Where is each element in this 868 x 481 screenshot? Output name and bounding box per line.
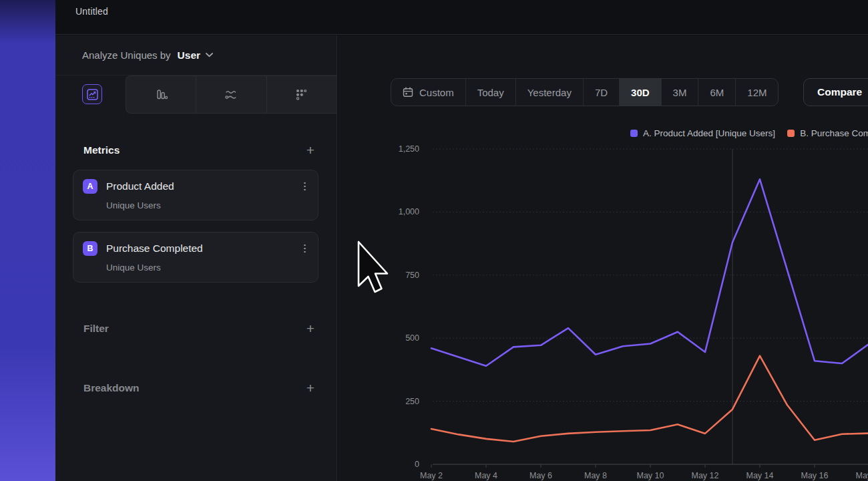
line-chart-icon (87, 89, 98, 100)
metric-badge-a: A (83, 179, 97, 194)
svg-text:May 4: May 4 (475, 471, 497, 480)
document-title[interactable]: Untitled (75, 6, 108, 17)
add-breakdown-button[interactable]: + (302, 380, 318, 396)
range-label: Today (477, 87, 504, 98)
metric-name: Product Added (106, 180, 174, 192)
range-button-7d[interactable]: 7D (583, 79, 619, 106)
legend-label: A. Product Added [Unique Users] (643, 128, 775, 138)
sidebar-body: Metrics + A Product Added Unique Users B… (55, 142, 337, 396)
legend-swatch-icon (630, 130, 638, 137)
legend-item[interactable]: A. Product Added [Unique Users] (630, 128, 775, 138)
analyze-label: Analyze Uniques by (82, 49, 171, 61)
metrics-header: Metrics + (73, 142, 318, 158)
metric-badge-b: B (83, 241, 97, 256)
range-button-6m[interactable]: 6M (698, 79, 735, 106)
svg-text:0: 0 (415, 460, 419, 469)
svg-text:1,250: 1,250 (399, 144, 419, 154)
svg-text:May 2: May 2 (420, 471, 443, 480)
legend-item[interactable]: B. Purchase Completed [Unique Users] (787, 128, 868, 138)
legend-swatch-icon (787, 130, 795, 137)
metric-name: Purchase Completed (106, 243, 203, 255)
range-label: 3M (673, 87, 687, 98)
metrics-title: Metrics (83, 144, 120, 156)
svg-text:May 14: May 14 (746, 471, 774, 480)
svg-text:May 18: May 18 (856, 471, 868, 480)
kebab-menu-icon[interactable] (301, 180, 308, 194)
svg-text:May 8: May 8 (584, 471, 607, 480)
tab-group (126, 75, 337, 114)
svg-text:May 16: May 16 (801, 471, 829, 480)
bar-chart-icon (154, 88, 168, 102)
metric-subtitle: Unique Users (106, 200, 308, 210)
range-button-yesterday[interactable]: Yesterday (515, 79, 583, 106)
svg-text:1,000: 1,000 (399, 207, 419, 216)
svg-text:500: 500 (405, 333, 419, 343)
chart-legend: A. Product Added [Unique Users]B. Purcha… (630, 128, 868, 138)
range-button-3m[interactable]: 3M (661, 79, 698, 106)
filter-title: Filter (83, 323, 109, 335)
calendar-icon (403, 87, 413, 98)
breakdown-header: Breakdown + (73, 380, 318, 396)
range-label: 7D (595, 87, 608, 98)
range-button-custom[interactable]: Custom (391, 79, 465, 106)
legend-label: B. Purchase Completed [Unique Users] (800, 128, 868, 138)
flows-icon (224, 88, 238, 102)
range-label: 12M (747, 87, 767, 98)
metric-card-b[interactable]: B Purchase Completed Unique Users (73, 232, 318, 283)
range-label: Yesterday (527, 87, 572, 98)
analyze-row: Analyze Uniques by User (55, 35, 337, 75)
metric-card-a[interactable]: A Product Added Unique Users (73, 170, 318, 220)
add-filter-button[interactable]: + (302, 321, 318, 337)
svg-text:May 10: May 10 (637, 471, 664, 480)
tab-line-chart[interactable] (82, 84, 102, 104)
tab-flows[interactable] (196, 76, 266, 113)
sidebar: Analyze Uniques by User (55, 35, 337, 481)
range-button-12m[interactable]: 12M (735, 79, 778, 106)
range-button-today[interactable]: Today (465, 79, 515, 106)
range-label: Custom (419, 87, 454, 98)
topbar: Untitled (55, 0, 868, 35)
kebab-menu-icon[interactable] (301, 242, 308, 256)
chevron-down-icon (206, 53, 213, 57)
analyze-by-dropdown[interactable]: User (178, 49, 200, 61)
brand-strip (0, 0, 55, 481)
range-group: CustomTodayYesterday7D30D3M6M12M (391, 78, 779, 106)
chart-type-tabs (55, 75, 337, 114)
range-label: 30D (631, 87, 650, 98)
add-metric-button[interactable]: + (302, 142, 318, 158)
svg-text:250: 250 (405, 397, 419, 406)
range-button-30d[interactable]: 30D (619, 79, 661, 106)
chart-panel: 02505007501,0001,250May 2May 4May 6May 8… (338, 35, 868, 481)
metric-subtitle: Unique Users (106, 263, 308, 273)
svg-text:750: 750 (405, 271, 419, 280)
tab-retention[interactable] (266, 76, 337, 113)
tab-bar-chart[interactable] (126, 76, 196, 113)
svg-text:May 12: May 12 (692, 471, 719, 480)
svg-text:May 6: May 6 (529, 471, 552, 480)
filter-header: Filter + (73, 321, 318, 337)
retention-grid-icon (294, 88, 308, 102)
breakdown-title: Breakdown (83, 382, 140, 394)
compare-button[interactable]: Compare (803, 78, 868, 106)
range-label: 6M (710, 87, 724, 98)
